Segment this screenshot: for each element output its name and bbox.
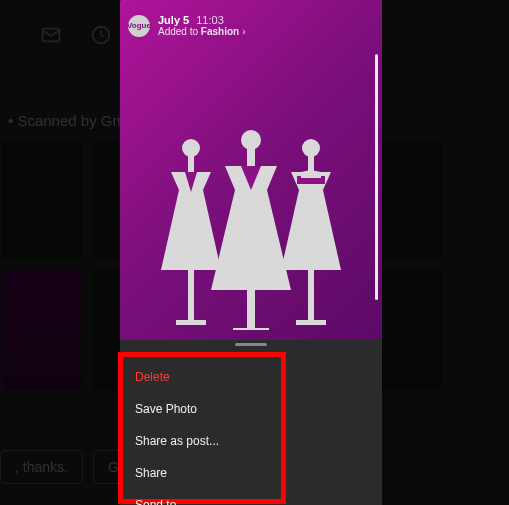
svg-rect-14 [296, 320, 326, 325]
story-time: 11:03 [196, 14, 224, 26]
svg-rect-8 [247, 290, 255, 328]
story-progress-bar [375, 54, 378, 300]
svg-rect-9 [233, 328, 269, 330]
menu-item-save-photo[interactable]: Save Photo [123, 393, 281, 425]
top-icon-row [40, 24, 112, 50]
drag-handle[interactable] [235, 343, 267, 346]
clock-icon[interactable] [90, 24, 112, 50]
story-image[interactable]: Vogue July 5 11:03 Added to Fashion› [120, 0, 382, 340]
story-header: Vogue July 5 11:03 Added to Fashion› [128, 14, 246, 37]
menu-item-share[interactable]: Share [123, 457, 281, 489]
menu-item-send-to[interactable]: Send to... [123, 489, 281, 505]
thumbnail[interactable] [2, 270, 82, 390]
story-collection-line[interactable]: Added to Fashion› [158, 26, 246, 37]
thumbnail[interactable] [2, 140, 82, 260]
svg-rect-7 [247, 148, 255, 166]
svg-rect-4 [188, 270, 194, 320]
svg-rect-3 [188, 154, 194, 172]
svg-point-6 [241, 130, 261, 150]
menu-item-share-as-post[interactable]: Share as post... [123, 425, 281, 457]
story-date: July 5 [158, 14, 189, 26]
mail-icon[interactable] [40, 24, 62, 50]
svg-rect-5 [176, 320, 206, 325]
chevron-right-icon: › [242, 26, 245, 37]
menu-item-delete[interactable]: Delete [123, 361, 281, 393]
action-menu: Delete Save Photo Share as post... Share… [118, 352, 286, 504]
scanned-by-label: • Scanned by Gm [8, 112, 125, 129]
svg-rect-13 [308, 270, 314, 320]
avatar[interactable]: Vogue [128, 15, 150, 37]
chip-thanks[interactable]: , thanks. [0, 450, 83, 484]
svg-rect-11 [308, 154, 314, 172]
dresses-illustration [141, 130, 361, 334]
